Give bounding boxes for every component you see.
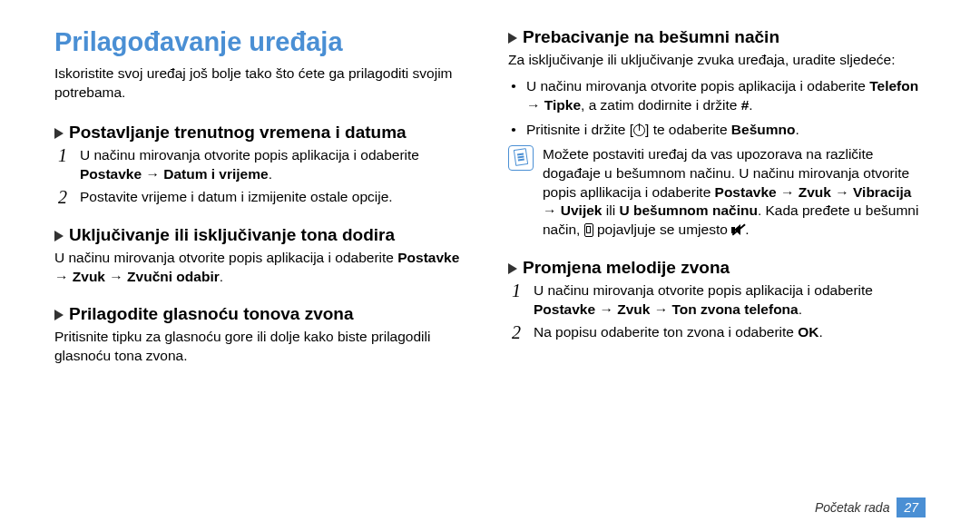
note-block: Možete postaviti uređaj da vas upozorava…: [508, 145, 926, 241]
bullet-body: U načinu mirovanja otvorite popis aplika…: [526, 77, 926, 115]
chevron-right-icon: [508, 263, 517, 274]
footer-section-label: Početak rada: [815, 500, 890, 515]
step-1: 1 U načinu mirovanja otvorite popis apli…: [508, 281, 926, 320]
page-footer: Početak rada 27: [815, 498, 926, 517]
volume-text: Pritisnite tipku za glasnoću gore ili do…: [54, 328, 472, 366]
touchtone-text: U načinu mirovanja otvorite popis aplika…: [54, 249, 472, 287]
heading-silent: Prebacivanje na bešumni način: [508, 27, 926, 47]
heading-touchtone: Uključivanje ili isključivanje tona dodi…: [54, 225, 472, 245]
step-body: U načinu mirovanja otvorite popis aplika…: [534, 281, 926, 320]
content-columns: Prilagođavanje uređaja Iskoristite svoj …: [54, 27, 926, 384]
phone-vibrate-icon: [584, 223, 593, 237]
chevron-right-icon: [508, 33, 517, 44]
chevron-right-icon: [54, 310, 64, 320]
section-silent: Prebacivanje na bešumni način Za isključ…: [508, 27, 926, 240]
step-2: 2 Na popisu odaberite ton zvona i odaber…: [508, 323, 926, 342]
step-number: 2: [508, 323, 524, 342]
bullet-marker: •: [508, 121, 519, 140]
step-2: 2 Postavite vrijeme i datum i izmijenite…: [54, 188, 472, 207]
bullet-marker: •: [508, 77, 519, 115]
chevron-right-icon: [54, 231, 64, 241]
heading-datetime: Postavljanje trenutnog vremena i datuma: [54, 123, 472, 143]
speaker-mute-icon: [731, 224, 745, 236]
section-touchtone: Uključivanje ili isključivanje tona dodi…: [54, 225, 472, 287]
step-1: 1 U načinu mirovanja otvorite popis apli…: [54, 146, 472, 184]
bullet-1: • U načinu mirovanja otvorite popis apli…: [508, 77, 926, 115]
step-number: 1: [508, 281, 524, 320]
bullet-2: • Pritisnite i držite [] te odaberite Be…: [508, 121, 926, 140]
chevron-right-icon: [54, 128, 64, 139]
step-number: 1: [54, 146, 71, 184]
section-datetime: Postavljanje trenutnog vremena i datuma …: [54, 123, 472, 207]
intro-text: Iskoristite svoj uređaj još bolje tako š…: [54, 64, 472, 103]
step-body: Postavite vrijeme i datum i izmijenite o…: [80, 188, 472, 207]
page-number: 27: [897, 498, 926, 517]
page-title: Prilagođavanje uređaja: [54, 27, 472, 57]
section-volume: Prilagodite glasnoću tonova zvona Pritis…: [54, 304, 472, 366]
right-column: Prebacivanje na bešumni način Za isključ…: [508, 27, 926, 384]
step-number: 2: [54, 188, 71, 207]
heading-volume: Prilagodite glasnoću tonova zvona: [54, 304, 472, 324]
silent-intro: Za isključivanje ili uključivanje zvuka …: [508, 51, 926, 70]
heading-ringtone: Promjena melodije zvona: [508, 258, 926, 278]
power-icon: [633, 124, 645, 136]
note-icon: [508, 145, 534, 171]
step-body: Na popisu odaberite ton zvona i odaberit…: [534, 323, 926, 342]
section-ringtone: Promjena melodije zvona 1 U načinu mirov…: [508, 258, 926, 342]
step-body: U načinu mirovanja otvorite popis aplika…: [80, 146, 472, 184]
note-body: Možete postaviti uređaj da vas upozorava…: [543, 145, 926, 241]
left-column: Prilagođavanje uređaja Iskoristite svoj …: [54, 27, 472, 384]
bullet-body: Pritisnite i držite [] te odaberite Bešu…: [526, 121, 799, 140]
